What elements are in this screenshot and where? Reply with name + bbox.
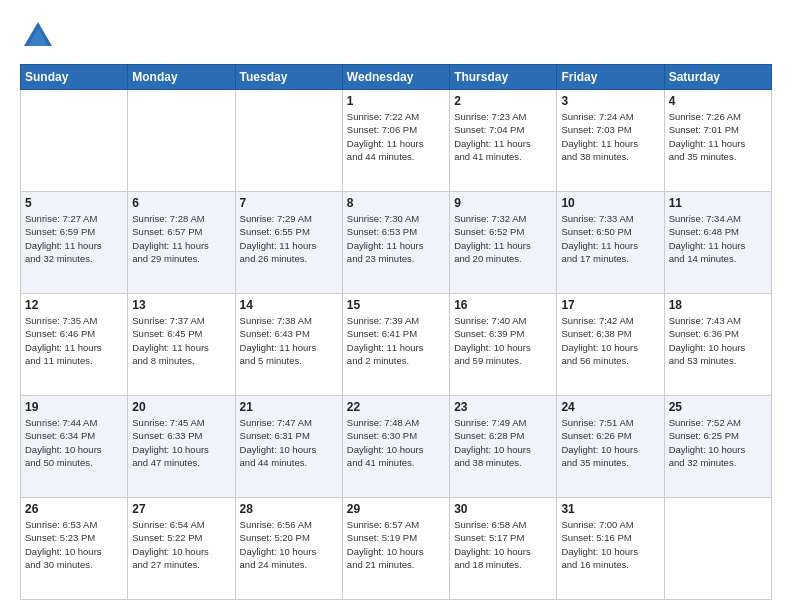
calendar-cell <box>21 90 128 192</box>
day-number: 12 <box>25 298 123 312</box>
day-info: Sunrise: 6:58 AM Sunset: 5:17 PM Dayligh… <box>454 518 552 571</box>
day-number: 23 <box>454 400 552 414</box>
day-number: 30 <box>454 502 552 516</box>
day-number: 5 <box>25 196 123 210</box>
day-number: 11 <box>669 196 767 210</box>
day-number: 1 <box>347 94 445 108</box>
calendar-cell: 29Sunrise: 6:57 AM Sunset: 5:19 PM Dayli… <box>342 498 449 600</box>
day-info: Sunrise: 7:45 AM Sunset: 6:33 PM Dayligh… <box>132 416 230 469</box>
day-info: Sunrise: 7:43 AM Sunset: 6:36 PM Dayligh… <box>669 314 767 367</box>
day-info: Sunrise: 7:28 AM Sunset: 6:57 PM Dayligh… <box>132 212 230 265</box>
day-info: Sunrise: 7:33 AM Sunset: 6:50 PM Dayligh… <box>561 212 659 265</box>
day-info: Sunrise: 7:34 AM Sunset: 6:48 PM Dayligh… <box>669 212 767 265</box>
calendar-cell: 11Sunrise: 7:34 AM Sunset: 6:48 PM Dayli… <box>664 192 771 294</box>
calendar-cell: 4Sunrise: 7:26 AM Sunset: 7:01 PM Daylig… <box>664 90 771 192</box>
day-info: Sunrise: 7:23 AM Sunset: 7:04 PM Dayligh… <box>454 110 552 163</box>
day-number: 14 <box>240 298 338 312</box>
day-number: 27 <box>132 502 230 516</box>
calendar-cell: 30Sunrise: 6:58 AM Sunset: 5:17 PM Dayli… <box>450 498 557 600</box>
calendar-table: SundayMondayTuesdayWednesdayThursdayFrid… <box>20 64 772 600</box>
calendar-cell: 19Sunrise: 7:44 AM Sunset: 6:34 PM Dayli… <box>21 396 128 498</box>
calendar-cell: 23Sunrise: 7:49 AM Sunset: 6:28 PM Dayli… <box>450 396 557 498</box>
day-info: Sunrise: 7:24 AM Sunset: 7:03 PM Dayligh… <box>561 110 659 163</box>
day-info: Sunrise: 7:51 AM Sunset: 6:26 PM Dayligh… <box>561 416 659 469</box>
day-number: 3 <box>561 94 659 108</box>
day-info: Sunrise: 7:29 AM Sunset: 6:55 PM Dayligh… <box>240 212 338 265</box>
day-info: Sunrise: 7:49 AM Sunset: 6:28 PM Dayligh… <box>454 416 552 469</box>
calendar-cell: 31Sunrise: 7:00 AM Sunset: 5:16 PM Dayli… <box>557 498 664 600</box>
day-number: 21 <box>240 400 338 414</box>
calendar-week-row: 12Sunrise: 7:35 AM Sunset: 6:46 PM Dayli… <box>21 294 772 396</box>
day-info: Sunrise: 7:40 AM Sunset: 6:39 PM Dayligh… <box>454 314 552 367</box>
calendar-cell: 1Sunrise: 7:22 AM Sunset: 7:06 PM Daylig… <box>342 90 449 192</box>
calendar-cell: 6Sunrise: 7:28 AM Sunset: 6:57 PM Daylig… <box>128 192 235 294</box>
day-number: 15 <box>347 298 445 312</box>
day-number: 16 <box>454 298 552 312</box>
day-info: Sunrise: 7:27 AM Sunset: 6:59 PM Dayligh… <box>25 212 123 265</box>
calendar-cell: 28Sunrise: 6:56 AM Sunset: 5:20 PM Dayli… <box>235 498 342 600</box>
header-day: Friday <box>557 65 664 90</box>
day-number: 8 <box>347 196 445 210</box>
header-day: Wednesday <box>342 65 449 90</box>
calendar-cell: 8Sunrise: 7:30 AM Sunset: 6:53 PM Daylig… <box>342 192 449 294</box>
day-number: 13 <box>132 298 230 312</box>
day-number: 7 <box>240 196 338 210</box>
logo <box>20 18 62 54</box>
calendar-header: SundayMondayTuesdayWednesdayThursdayFrid… <box>21 65 772 90</box>
calendar-body: 1Sunrise: 7:22 AM Sunset: 7:06 PM Daylig… <box>21 90 772 600</box>
day-info: Sunrise: 7:47 AM Sunset: 6:31 PM Dayligh… <box>240 416 338 469</box>
calendar-cell: 17Sunrise: 7:42 AM Sunset: 6:38 PM Dayli… <box>557 294 664 396</box>
calendar-cell: 2Sunrise: 7:23 AM Sunset: 7:04 PM Daylig… <box>450 90 557 192</box>
header-day: Thursday <box>450 65 557 90</box>
day-number: 31 <box>561 502 659 516</box>
calendar-cell: 12Sunrise: 7:35 AM Sunset: 6:46 PM Dayli… <box>21 294 128 396</box>
calendar-cell <box>235 90 342 192</box>
calendar-cell: 5Sunrise: 7:27 AM Sunset: 6:59 PM Daylig… <box>21 192 128 294</box>
header-row: SundayMondayTuesdayWednesdayThursdayFrid… <box>21 65 772 90</box>
calendar-week-row: 1Sunrise: 7:22 AM Sunset: 7:06 PM Daylig… <box>21 90 772 192</box>
day-info: Sunrise: 7:22 AM Sunset: 7:06 PM Dayligh… <box>347 110 445 163</box>
day-info: Sunrise: 6:57 AM Sunset: 5:19 PM Dayligh… <box>347 518 445 571</box>
day-info: Sunrise: 6:53 AM Sunset: 5:23 PM Dayligh… <box>25 518 123 571</box>
day-info: Sunrise: 7:32 AM Sunset: 6:52 PM Dayligh… <box>454 212 552 265</box>
day-number: 29 <box>347 502 445 516</box>
calendar-cell: 9Sunrise: 7:32 AM Sunset: 6:52 PM Daylig… <box>450 192 557 294</box>
header <box>20 18 772 54</box>
day-number: 6 <box>132 196 230 210</box>
calendar-week-row: 19Sunrise: 7:44 AM Sunset: 6:34 PM Dayli… <box>21 396 772 498</box>
day-number: 22 <box>347 400 445 414</box>
day-number: 2 <box>454 94 552 108</box>
day-info: Sunrise: 7:00 AM Sunset: 5:16 PM Dayligh… <box>561 518 659 571</box>
day-number: 19 <box>25 400 123 414</box>
day-number: 24 <box>561 400 659 414</box>
calendar-cell: 24Sunrise: 7:51 AM Sunset: 6:26 PM Dayli… <box>557 396 664 498</box>
day-number: 17 <box>561 298 659 312</box>
day-info: Sunrise: 7:48 AM Sunset: 6:30 PM Dayligh… <box>347 416 445 469</box>
calendar-cell: 22Sunrise: 7:48 AM Sunset: 6:30 PM Dayli… <box>342 396 449 498</box>
header-day: Tuesday <box>235 65 342 90</box>
day-info: Sunrise: 7:52 AM Sunset: 6:25 PM Dayligh… <box>669 416 767 469</box>
day-info: Sunrise: 7:42 AM Sunset: 6:38 PM Dayligh… <box>561 314 659 367</box>
day-number: 28 <box>240 502 338 516</box>
calendar-cell: 16Sunrise: 7:40 AM Sunset: 6:39 PM Dayli… <box>450 294 557 396</box>
header-day: Sunday <box>21 65 128 90</box>
calendar-cell: 14Sunrise: 7:38 AM Sunset: 6:43 PM Dayli… <box>235 294 342 396</box>
header-day: Saturday <box>664 65 771 90</box>
day-number: 26 <box>25 502 123 516</box>
calendar-cell <box>128 90 235 192</box>
calendar-cell: 18Sunrise: 7:43 AM Sunset: 6:36 PM Dayli… <box>664 294 771 396</box>
calendar-week-row: 5Sunrise: 7:27 AM Sunset: 6:59 PM Daylig… <box>21 192 772 294</box>
calendar-cell <box>664 498 771 600</box>
calendar-cell: 10Sunrise: 7:33 AM Sunset: 6:50 PM Dayli… <box>557 192 664 294</box>
header-day: Monday <box>128 65 235 90</box>
calendar-cell: 13Sunrise: 7:37 AM Sunset: 6:45 PM Dayli… <box>128 294 235 396</box>
day-info: Sunrise: 6:56 AM Sunset: 5:20 PM Dayligh… <box>240 518 338 571</box>
day-info: Sunrise: 7:38 AM Sunset: 6:43 PM Dayligh… <box>240 314 338 367</box>
day-number: 4 <box>669 94 767 108</box>
calendar-cell: 20Sunrise: 7:45 AM Sunset: 6:33 PM Dayli… <box>128 396 235 498</box>
day-number: 18 <box>669 298 767 312</box>
day-info: Sunrise: 7:35 AM Sunset: 6:46 PM Dayligh… <box>25 314 123 367</box>
day-number: 10 <box>561 196 659 210</box>
calendar-cell: 3Sunrise: 7:24 AM Sunset: 7:03 PM Daylig… <box>557 90 664 192</box>
day-number: 20 <box>132 400 230 414</box>
